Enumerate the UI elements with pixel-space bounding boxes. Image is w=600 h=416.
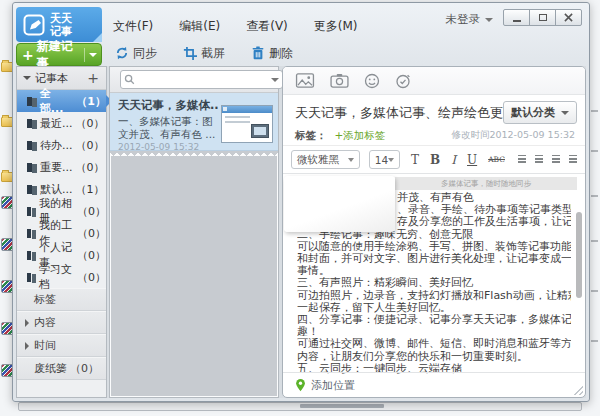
align-center-button[interactable] <box>535 155 543 165</box>
background-text-fragment <box>591 110 598 112</box>
resize-grip[interactable] <box>572 384 583 395</box>
delete-button[interactable]: 删除 <box>251 45 293 62</box>
reminder-button[interactable] <box>395 73 411 89</box>
sidebar-item-label: 学习文档 <box>39 262 74 292</box>
menu-item[interactable]: 编辑(E) <box>179 18 220 35</box>
content-line: 趣！ <box>297 326 571 338</box>
font-family-select[interactable]: 微软雅黑 <box>291 150 360 169</box>
notebook-icon <box>27 119 32 128</box>
category-dropdown[interactable]: 默认分类 <box>503 101 577 124</box>
plus-icon: + <box>22 47 34 63</box>
insert-image-button[interactable] <box>295 73 315 88</box>
background-window-edge <box>300 404 384 408</box>
underline-button[interactable]: U <box>467 153 477 167</box>
modified-time: 修改时间2012-05-09 15:32 <box>385 129 575 142</box>
collapse-arrow-icon <box>23 76 31 80</box>
chevron-down-icon <box>485 18 493 22</box>
sidebar-item-trash[interactable]: 废纸篓 （0） <box>17 357 106 380</box>
content-line: 和封面，并可对文字、图片进行美化处理，让记事变成一件有创意又有趣味的 <box>297 253 571 265</box>
sidebar-item-notebook[interactable]: 全部... （1） <box>17 90 106 112</box>
sidebar-item-label: 默认... <box>40 182 73 197</box>
app-window: 天天记事 + 新建记事 文件(F)编辑(E)查看(V)更多(M) 未登录 同步 … <box>12 2 590 402</box>
notebook-icon <box>27 163 32 172</box>
search-box[interactable] <box>120 70 283 89</box>
sidebar-item-count: （0） <box>77 204 106 219</box>
close-icon <box>564 13 573 22</box>
notebook-icon <box>27 273 31 282</box>
sidebar-item-count: （0） <box>76 116 105 131</box>
notebook-icon <box>27 141 32 150</box>
sync-button[interactable]: 同步 <box>115 45 157 62</box>
white-popup-overlay <box>284 176 395 232</box>
sidebar-item-count: （0） <box>77 226 106 241</box>
divider <box>84 48 85 62</box>
menu-item[interactable]: 文件(F) <box>113 18 153 35</box>
minimize-icon <box>513 20 521 22</box>
camera-icon <box>330 73 349 88</box>
minimize-button[interactable] <box>503 9 530 26</box>
sidebar-item-count: （0） <box>76 160 105 175</box>
maximize-icon <box>539 14 547 21</box>
login-status[interactable]: 未登录 <box>446 12 494 27</box>
content-line: 四、分享记事：便捷记录、记事分享天天记事，多媒体记事、绘声绘色更有 <box>297 314 571 326</box>
editor-scrollbar[interactable] <box>576 212 582 298</box>
main-area: 记事本 + 全部... （1） 最近... （0） 待办... （0） 重 <box>16 66 586 398</box>
align-justify-button[interactable] <box>569 155 577 165</box>
text-style-button[interactable]: T <box>411 153 419 167</box>
note-title: 天天记事，多媒体... <box>118 98 218 113</box>
sidebar-item-notebook[interactable]: 重要... （0） <box>17 156 106 178</box>
chevron-down-icon <box>388 158 394 162</box>
emoticon-button[interactable] <box>364 73 380 89</box>
add-tag-link[interactable]: +添加标签 <box>335 129 386 143</box>
background-text-fragment <box>591 150 598 152</box>
sidebar-section-time[interactable]: 时间 <box>17 334 106 357</box>
sidebar-item-notebook[interactable]: 学习文档 （0） <box>17 266 106 288</box>
add-location-link[interactable]: 添加位置 <box>311 378 355 393</box>
search-input[interactable] <box>135 73 271 86</box>
background-text-fragment <box>591 195 598 197</box>
italic-button[interactable]: I <box>451 153 456 167</box>
content-line: 并茂、有声有色 <box>397 192 571 204</box>
content-line: 事情。 <box>297 265 571 277</box>
trash-count: （0） <box>70 361 99 376</box>
menu-item[interactable]: 更多(M) <box>314 18 358 35</box>
font-name-label: 微软雅黑 <box>297 153 339 167</box>
content-section-label: 内容 <box>34 315 56 330</box>
image-icon <box>295 73 315 88</box>
chevron-down-icon <box>348 158 354 162</box>
sync-icon <box>115 46 129 60</box>
editor-footer: 添加位置 <box>283 372 585 397</box>
notebook-list: 全部... （1） 最近... （0） 待办... （0） 重要... （0） <box>17 90 106 288</box>
camera-button[interactable] <box>330 73 349 88</box>
sidebar-item-count: （0） <box>77 270 106 285</box>
new-note-button[interactable]: + 新建记事 <box>16 43 102 66</box>
close-button[interactable] <box>555 9 582 26</box>
align-left-button[interactable] <box>518 155 526 165</box>
sidebar: 记事本 + 全部... （1） 最近... （0） 待办... （0） 重 <box>16 66 107 398</box>
sidebar-section-content[interactable]: 内容 <box>17 311 106 334</box>
menu-item[interactable]: 查看(V) <box>246 18 288 35</box>
bold-button[interactable]: B <box>430 153 440 167</box>
search-options-arrow-icon[interactable] <box>271 78 279 82</box>
main-toolbar: 同步 截屏 删除 <box>115 42 293 64</box>
smiley-icon <box>364 73 380 89</box>
note-content-area[interactable]: 多媒体记事，随时随地同步 并茂、有声有色、录音、手绘、待办事项等记事类型，可插入… <box>283 174 585 375</box>
font-size-select[interactable]: 14 <box>369 150 400 169</box>
sidebar-item-count: （1） <box>76 182 105 197</box>
sidebar-item-notebook[interactable]: 待办... （0） <box>17 134 106 156</box>
content-line: 一起保存，留下人生美好回忆。 <box>297 302 571 314</box>
content-line: 存及分享您的工作及生活事项，让记事变得更丰富多 <box>397 216 571 228</box>
align-right-button[interactable] <box>552 155 560 165</box>
content-line: 内容，让朋友们分享您的快乐和一切重要时刻。 <box>297 351 571 363</box>
format-toolbar: 微软雅黑 14 T B I U ABC <box>283 145 585 174</box>
note-title-input[interactable]: 天天记事，多媒体记事、绘声绘色更有趣！ <box>295 104 503 122</box>
strikethrough-button[interactable]: ABC <box>488 155 505 164</box>
note-list-item[interactable]: 天天记事，多媒体... 一、多媒体记事：图文并茂、有声有色 ... 2012-0… <box>110 93 278 151</box>
add-notebook-button[interactable]: + <box>84 70 102 86</box>
sidebar-item-notebook[interactable]: 最近... （0） <box>17 112 106 134</box>
location-pin-icon <box>295 378 306 392</box>
maximize-button[interactable] <box>529 9 556 26</box>
chevron-down-icon[interactable] <box>89 53 97 57</box>
chevron-down-icon <box>561 111 569 115</box>
screenshot-button[interactable]: 截屏 <box>183 45 225 62</box>
